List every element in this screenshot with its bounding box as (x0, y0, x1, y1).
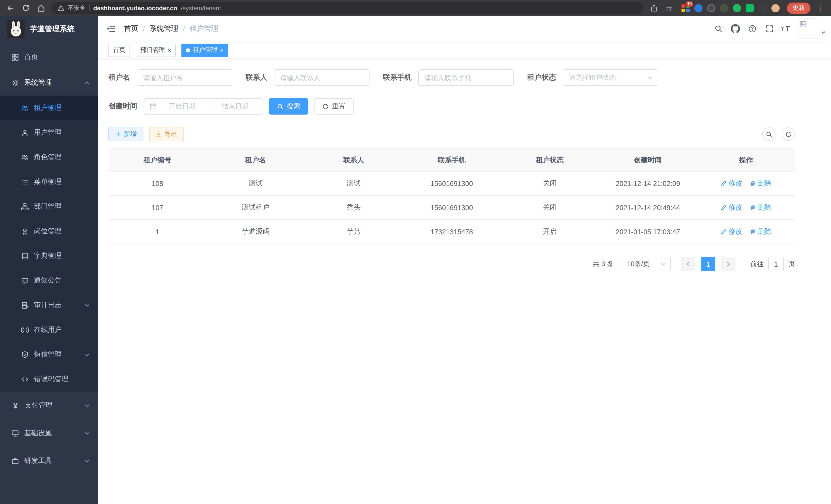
refresh-table-button[interactable] (782, 127, 795, 141)
prev-page-button[interactable] (681, 257, 695, 271)
avatar-caret-icon[interactable] (821, 30, 826, 35)
header-search-button[interactable] (710, 16, 727, 41)
fullscreen-button[interactable] (761, 16, 778, 41)
edit-link[interactable]: 修改 (720, 203, 742, 212)
cell-created: 2021-01-05 17:03:47 (599, 219, 697, 244)
browser-menu-button[interactable] (815, 3, 826, 13)
extension-icon[interactable] (746, 4, 754, 12)
column-header: 租户状态 (501, 149, 599, 171)
export-button[interactable]: 导出 (149, 127, 184, 141)
edit-link[interactable]: 修改 (720, 227, 742, 236)
cell-contact: 测试 (305, 171, 403, 196)
svg-text:T: T (785, 24, 790, 32)
trash-icon (749, 180, 756, 186)
date-range-picker[interactable]: 开始日期 - 结束日期 (144, 98, 263, 115)
sidebar-item-dict[interactable]: 字典管理 (0, 243, 98, 268)
close-icon[interactable]: × (220, 47, 224, 53)
home-button[interactable] (36, 3, 46, 13)
share-button[interactable] (649, 3, 659, 13)
cell-status: 关闭 (501, 171, 599, 196)
tag-dept[interactable]: 部门管理 × (136, 43, 176, 57)
close-icon[interactable]: × (168, 47, 171, 53)
add-button[interactable]: 新增 (109, 127, 143, 141)
sidebar-item-audit-log[interactable]: 审计日志 (0, 293, 98, 318)
url-path: /system/tenant (181, 4, 221, 11)
sidebar-item-menu[interactable]: 菜单管理 (0, 170, 98, 194)
sidebar-item-error-code[interactable]: 错误码管理 (0, 367, 98, 391)
extension-icon[interactable] (694, 4, 703, 12)
breadcrumb-item[interactable]: 系统管理 (149, 24, 178, 33)
breadcrumb: 首页 / 系统管理 / 租户管理 (124, 24, 219, 33)
delete-link[interactable]: 删除 (749, 179, 772, 188)
app-logo[interactable]: 芋道管理系统 (0, 16, 98, 41)
message-icon (21, 277, 29, 285)
sidebar-item-infrastructure[interactable]: 基础设施 (0, 419, 98, 447)
sidebar-item-dev-tools[interactable]: 研发工具 (0, 447, 98, 475)
github-link-button[interactable] (727, 16, 744, 41)
reload-button[interactable] (21, 3, 31, 13)
toolbar-right (762, 127, 795, 141)
extension-icon[interactable] (758, 4, 767, 12)
sidebar-item-online-users[interactable]: 在线用户 (0, 318, 98, 342)
sidebar-item-user[interactable]: 用户管理 (0, 120, 98, 145)
sidebar-item-dept[interactable]: 部门管理 (0, 194, 98, 219)
page-number-button[interactable]: 1 (701, 257, 715, 271)
page-unit-label: 页 (789, 260, 795, 269)
refresh-icon (785, 131, 792, 138)
search-icon (766, 131, 772, 138)
update-button[interactable]: 更新 (787, 2, 810, 13)
back-button[interactable] (5, 3, 16, 13)
sidebar-item-notice[interactable]: 通知公告 (0, 268, 98, 293)
monitor-icon (11, 429, 19, 437)
help-button[interactable] (744, 16, 761, 41)
font-size-button[interactable]: тT (778, 16, 795, 41)
breadcrumb-item[interactable]: 首页 (124, 24, 138, 33)
page-size-value: 10条/页 (627, 260, 650, 269)
sidebar-item-label: 菜单管理 (34, 177, 62, 186)
filter-create-time: 创建时间 开始日期 - 结束日期 (109, 98, 263, 115)
page-size-select[interactable]: 10条/页 (622, 257, 671, 271)
sidebar-item-home[interactable]: 首页 (0, 44, 98, 70)
sidebar-item-label: 错误码管理 (34, 375, 68, 384)
contact-input[interactable] (274, 69, 370, 86)
active-dot-icon (186, 48, 190, 52)
search-button[interactable]: 搜索 (269, 98, 308, 115)
chevron-down-icon (84, 352, 90, 357)
tag-home[interactable]: 首页 (109, 43, 130, 57)
browser-window: 不安全 dashboard.yudao.iocoder.cn/system/te… (0, 0, 831, 504)
sidebar-item-tenant[interactable]: 租户管理 (0, 95, 98, 120)
extension-icon[interactable] (720, 4, 728, 12)
address-bar[interactable]: 不安全 dashboard.yudao.iocoder.cn/system/te… (51, 2, 643, 14)
sidebar-item-sms[interactable]: 短信管理 (0, 342, 98, 367)
book-icon (21, 252, 29, 260)
extension-icon[interactable] (707, 4, 715, 12)
extension-icon[interactable]: 10 (682, 4, 690, 12)
cell-phone: 17321315478 (403, 219, 501, 244)
extension-icon[interactable] (733, 4, 741, 12)
bookmark-button[interactable]: ☆ (664, 3, 674, 13)
sidebar-item-label: 角色管理 (34, 153, 62, 162)
delete-link[interactable]: 删除 (749, 227, 772, 236)
sidebar-item-payment[interactable]: ¥ 支付管理 (0, 391, 98, 419)
sidebar-collapse-button[interactable] (98, 16, 124, 41)
reset-button[interactable]: 重置 (314, 98, 353, 115)
toggle-search-button[interactable] (762, 127, 775, 141)
edit-link[interactable]: 修改 (720, 179, 742, 188)
tag-tenant-active[interactable]: 租户管理 × (181, 43, 228, 57)
extension-icon[interactable] (771, 4, 780, 12)
column-header: 联系手机 (403, 149, 501, 171)
sidebar-item-system[interactable]: 系统管理 (0, 70, 98, 95)
goto-page-input[interactable] (768, 257, 784, 271)
cell-actions: 修改 删除 (697, 219, 795, 244)
tag-label: 首页 (113, 46, 125, 55)
sidebar-item-role[interactable]: 角色管理 (0, 145, 98, 170)
status-select[interactable]: 请选择租户状态 (563, 69, 658, 86)
user-avatar[interactable] (798, 19, 818, 39)
next-page-button[interactable] (721, 257, 736, 271)
sidebar-item-post[interactable]: 岗位管理 (0, 219, 98, 243)
phone-input[interactable] (418, 69, 514, 86)
edit-label: 修改 (728, 179, 742, 188)
delete-link[interactable]: 删除 (749, 203, 772, 212)
tenant-name-input[interactable] (137, 69, 232, 86)
tags-view: 首页 部门管理 × 租户管理 × (98, 41, 831, 59)
